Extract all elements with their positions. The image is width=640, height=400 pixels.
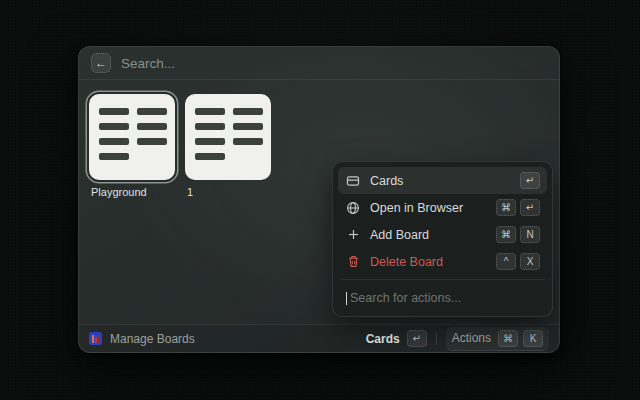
board-item-1: 1 [185,94,271,198]
shortcut-keys: ^ X [496,253,540,270]
thumbnail-column [195,108,225,166]
actions-search-placeholder: Search for actions... [350,291,461,305]
board-label: Playground [89,186,175,198]
thumbnail-column [99,108,129,166]
return-key: ↵ [407,330,427,347]
plus-icon [345,228,361,241]
control-key: ^ [496,253,516,270]
board-thumbnail[interactable] [89,94,175,180]
manage-boards-window: ← Search... Playground [78,46,560,353]
board-thumbnail[interactable] [185,94,271,180]
app-logo-icon [89,332,102,345]
board-label: 1 [185,186,271,198]
menu-item-open-in-browser[interactable]: Open in Browser ⌘ ↵ [338,194,547,221]
x-key: X [520,253,540,270]
footer-actions-label: Actions [452,331,491,345]
footer-bar: Manage Boards Cards ↵ Actions ⌘ K [79,324,559,352]
command-key: ⌘ [498,330,518,347]
back-button[interactable]: ← [91,53,111,73]
panel-divider [340,279,545,280]
menu-item-cards[interactable]: Cards ↵ [338,167,547,194]
menu-item-label: Add Board [370,228,487,242]
actions-menu-button[interactable]: Actions ⌘ K [446,327,549,351]
boards-content: Playground 1 [79,80,559,324]
shortcut-keys: ↵ [520,172,540,189]
actions-panel: Cards ↵ Open in Browser ⌘ ↵ [332,161,553,317]
shortcut-keys: ⌘ N [496,226,540,243]
k-key: K [523,330,543,347]
text-cursor [346,292,347,305]
search-input[interactable]: Search... [121,56,175,71]
arrow-left-icon: ← [95,56,107,70]
footer-app-info: Manage Boards [89,332,195,346]
menu-item-label: Delete Board [370,255,487,269]
actions-search-input[interactable]: Search for actions... [338,284,547,311]
return-key: ↵ [520,172,540,189]
footer-primary-action-label[interactable]: Cards [366,332,400,346]
globe-icon [345,201,361,215]
n-key: N [520,226,540,243]
thumbnail-column [233,108,263,166]
thumbnail-column [137,108,167,166]
board-item-playground: Playground [89,94,175,198]
footer-app-name: Manage Boards [110,332,195,346]
footer-separator [436,332,437,345]
menu-item-delete-board[interactable]: Delete Board ^ X [338,248,547,275]
menu-item-add-board[interactable]: Add Board ⌘ N [338,221,547,248]
card-icon [345,174,361,188]
footer-actions: Cards ↵ Actions ⌘ K [366,327,549,351]
trash-icon [345,255,361,268]
return-key: ↵ [520,199,540,216]
menu-item-label: Cards [370,174,511,188]
shortcut-keys: ⌘ ↵ [496,199,540,216]
boards-grid: Playground 1 [89,94,271,198]
search-header: ← Search... [79,47,559,80]
command-key: ⌘ [496,226,516,243]
menu-item-label: Open in Browser [370,201,487,215]
command-key: ⌘ [496,199,516,216]
